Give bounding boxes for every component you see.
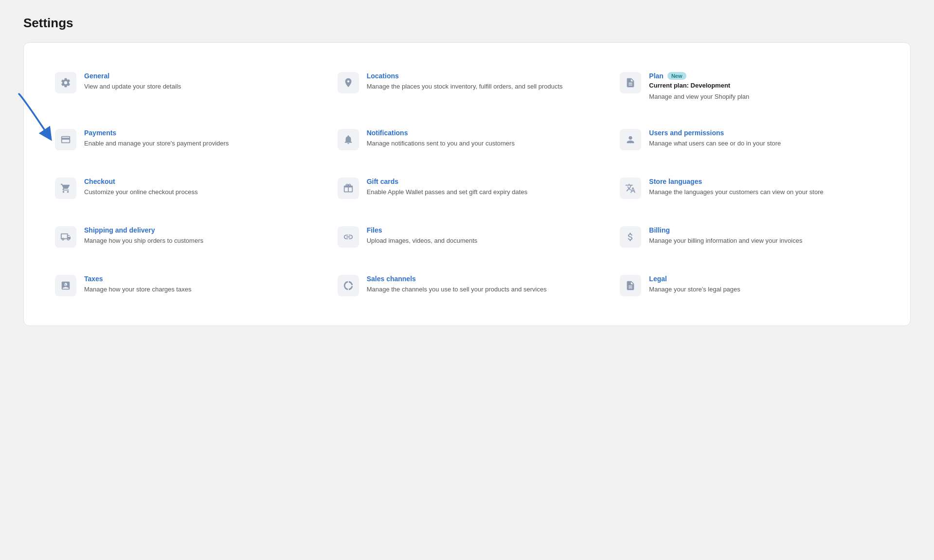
bell-icon: [338, 129, 359, 150]
item-title-checkout: Checkout: [84, 178, 198, 185]
payments-icon: [55, 129, 76, 150]
item-title-storelanguages: Store languages: [649, 178, 823, 185]
location-icon: [338, 72, 359, 93]
item-text-general: General View and update your store detai…: [84, 72, 181, 91]
settings-grid: General View and update your store detai…: [43, 58, 891, 310]
item-description-locations: Manage the places you stock inventory, f…: [367, 82, 563, 91]
item-description-legal: Manage your store's legal pages: [649, 285, 740, 294]
item-text-locations: Locations Manage the places you stock in…: [367, 72, 563, 91]
item-text-payments: Payments Enable and manage your store's …: [84, 129, 229, 148]
item-title-locations: Locations: [367, 72, 563, 80]
item-text-saleschannels: Sales channels Manage the channels you u…: [367, 275, 547, 294]
settings-item-giftcards[interactable]: Gift cards Enable Apple Wallet passes an…: [326, 164, 609, 213]
item-description-checkout: Customize your online checkout process: [84, 187, 198, 197]
item-description-taxes: Manage how your store charges taxes: [84, 285, 191, 294]
settings-item-users[interactable]: Users and permissions Manage what users …: [608, 115, 891, 164]
plan-current: Current plan: Development: [649, 82, 749, 89]
item-title-files: Files: [367, 226, 478, 234]
item-description-users: Manage what users can see or do in your …: [649, 139, 781, 148]
truck-icon: [55, 226, 76, 248]
settings-item-notifications[interactable]: Notifications Manage notifications sent …: [326, 115, 609, 164]
item-title-plan: Plan New: [649, 72, 749, 80]
item-text-legal: Legal Manage your store's legal pages: [649, 275, 740, 294]
item-text-storelanguages: Store languages Manage the languages you…: [649, 178, 823, 197]
settings-item-files[interactable]: Files Upload images, videos, and documen…: [326, 213, 609, 261]
item-title-payments: Payments: [84, 129, 229, 137]
gift-icon: [338, 178, 359, 199]
gear-icon: [55, 72, 76, 93]
item-text-shipping: Shipping and delivery Manage how you shi…: [84, 226, 203, 246]
item-title-giftcards: Gift cards: [367, 178, 527, 185]
item-description-plan: Manage and view your Shopify plan: [649, 92, 749, 102]
item-description-shipping: Manage how you ship orders to customers: [84, 236, 203, 246]
item-text-taxes: Taxes Manage how your store charges taxe…: [84, 275, 191, 294]
item-text-checkout: Checkout Customize your online checkout …: [84, 178, 198, 197]
settings-item-storelanguages[interactable]: Store languages Manage the languages you…: [608, 164, 891, 213]
item-description-general: View and update your store details: [84, 82, 181, 91]
settings-item-locations[interactable]: Locations Manage the places you stock in…: [326, 58, 609, 115]
user-icon: [620, 129, 641, 150]
item-description-billing: Manage your billing information and view…: [649, 236, 802, 246]
settings-item-checkout[interactable]: Checkout Customize your online checkout …: [43, 164, 326, 213]
item-title-notifications: Notifications: [367, 129, 515, 137]
item-text-users: Users and permissions Manage what users …: [649, 129, 781, 148]
settings-card: General View and update your store detai…: [23, 42, 911, 326]
item-text-giftcards: Gift cards Enable Apple Wallet passes an…: [367, 178, 527, 197]
item-title-general: General: [84, 72, 181, 80]
settings-item-general[interactable]: General View and update your store detai…: [43, 58, 326, 115]
item-description-payments: Enable and manage your store's payment p…: [84, 139, 229, 148]
cart-icon: [55, 178, 76, 199]
item-description-giftcards: Enable Apple Wallet passes and set gift …: [367, 187, 527, 197]
link-icon: [338, 226, 359, 248]
item-description-saleschannels: Manage the channels you use to sell your…: [367, 285, 547, 294]
item-text-plan: Plan New Current plan: Development Manag…: [649, 72, 749, 102]
settings-item-taxes[interactable]: Taxes Manage how your store charges taxe…: [43, 261, 326, 310]
badge-new: New: [667, 72, 686, 80]
settings-item-billing[interactable]: Billing Manage your billing information …: [608, 213, 891, 261]
item-title-users: Users and permissions: [649, 129, 781, 137]
item-title-legal: Legal: [649, 275, 740, 283]
item-title-billing: Billing: [649, 226, 802, 234]
billing-icon: [620, 226, 641, 248]
settings-item-saleschannels[interactable]: Sales channels Manage the channels you u…: [326, 261, 609, 310]
item-title-taxes: Taxes: [84, 275, 191, 283]
channels-icon: [338, 275, 359, 296]
item-description-files: Upload images, videos, and documents: [367, 236, 478, 246]
taxes-icon: [55, 275, 76, 296]
translate-icon: [620, 178, 641, 199]
settings-item-legal[interactable]: Legal Manage your store's legal pages: [608, 261, 891, 310]
plan-icon: [620, 72, 641, 93]
item-description-storelanguages: Manage the languages your customers can …: [649, 187, 823, 197]
item-text-notifications: Notifications Manage notifications sent …: [367, 129, 515, 148]
item-title-saleschannels: Sales channels: [367, 275, 547, 283]
page-title: Settings: [23, 16, 911, 31]
settings-item-payments[interactable]: Payments Enable and manage your store's …: [43, 115, 326, 164]
legal-icon: [620, 275, 641, 296]
item-title-shipping: Shipping and delivery: [84, 226, 203, 234]
settings-item-shipping[interactable]: Shipping and delivery Manage how you shi…: [43, 213, 326, 261]
settings-item-plan[interactable]: Plan New Current plan: Development Manag…: [608, 58, 891, 115]
item-text-billing: Billing Manage your billing information …: [649, 226, 802, 246]
item-text-files: Files Upload images, videos, and documen…: [367, 226, 478, 246]
item-description-notifications: Manage notifications sent to you and you…: [367, 139, 515, 148]
